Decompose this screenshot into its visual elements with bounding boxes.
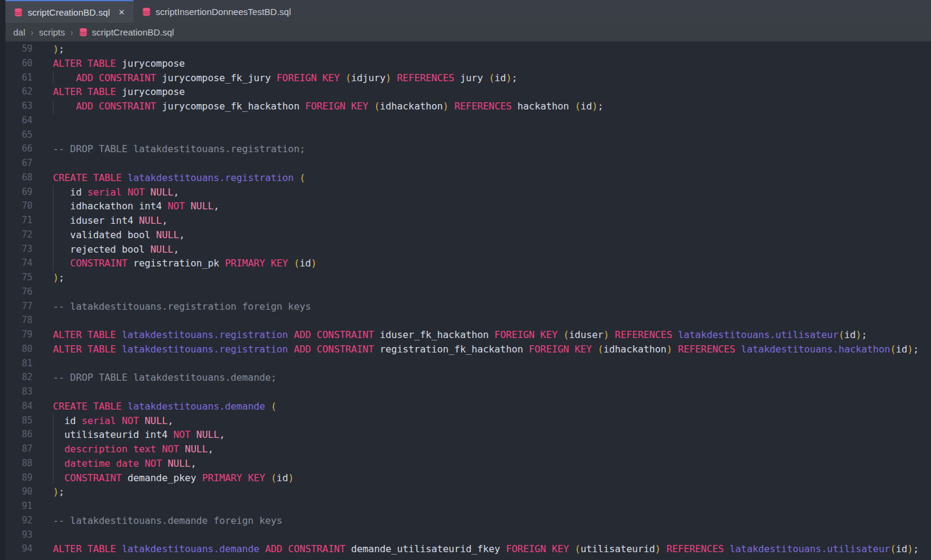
code-line[interactable]: 80ALTER TABLE latakdestitouans.registrat… [0,342,931,357]
code-token: ) [592,100,598,112]
code-token: demande_utilisateurid_fkey [345,543,506,555]
code-token: jurycompose_fk_jury [156,72,277,84]
code-token [569,543,575,555]
code-token [156,443,162,455]
code-token: jurycompose [116,86,185,97]
code-token: registration_fk_hackathon [374,343,529,355]
indent-guide [53,185,54,200]
code-line[interactable]: 92-- latakdestitouans.demande foreign ke… [0,514,931,528]
code-token: NULL [196,429,219,440]
code-line[interactable]: 83 [0,385,931,399]
line-content: ALTER TABLE latakdestitouans.registratio… [53,328,931,342]
code-token: ( [489,72,495,84]
code-line[interactable]: 77-- latakdestitouans.registration forei… [0,300,931,314]
code-line[interactable]: 66-- DROP TABLE latakdestitouans.registr… [0,142,931,156]
code-line[interactable]: 64 [0,114,931,128]
code-line[interactable]: 67 [0,156,931,171]
tab-close-icon[interactable]: ✕ [118,8,125,16]
code-token: ( [345,72,351,84]
code-token [293,172,300,183]
code-token [609,329,615,340]
code-token: ( [300,172,306,183]
code-token: REFERENCES [397,72,454,84]
code-line[interactable]: 89 CONSTRAINT demande_pkey PRIMARY KEY (… [0,471,931,485]
code-line[interactable]: 82-- DROP TABLE latakdestitouans.demande… [0,371,931,385]
code-line[interactable]: 93 [0,528,931,543]
code-token: id [300,257,311,269]
code-token: ) [655,543,661,555]
code-line[interactable]: 73 rejected bool NULL, [0,242,931,257]
code-token: ) [386,72,392,84]
code-token: -- DROP TABLE latakdestitouans.demande; [53,372,277,383]
code-line[interactable]: 75); [0,271,931,285]
line-content [53,385,931,399]
line-content: ALTER TABLE latakdestitouans.registratio… [53,342,931,357]
code-token: date [116,458,139,469]
code-token: serial [87,186,121,198]
code-token: ADD CONSTRAINT [265,543,345,555]
code-token [116,543,122,555]
code-line[interactable]: 63 ADD CONSTRAINT jurycompose_fk_hackath… [0,99,931,114]
code-line[interactable]: 90); [0,485,931,499]
code-line[interactable]: 68CREATE TABLE latakdestitouans.registra… [0,171,931,185]
line-content: CONSTRAINT registration_pk PRIMARY KEY (… [53,256,931,271]
code-token: -- latakdestitouans.registration foreign… [53,301,311,312]
code-token: id [580,100,592,112]
code-token [139,415,145,426]
line-content: ALTER TABLE latakdestitouans.demande ADD… [53,542,931,556]
code-token: NULL [139,215,162,226]
code-line[interactable]: 88 datetime date NOT NULL, [0,457,931,471]
code-line[interactable]: 65 [0,128,931,143]
code-line[interactable]: 87 description text NOT NULL, [0,442,931,457]
line-content: ); [53,42,931,57]
code-token: idjury [351,72,386,84]
code-line[interactable]: 62ALTER TABLE jurycompose [0,85,931,99]
code-token: NOT [145,458,162,469]
tab-scriptCreationBD.sql[interactable]: scriptCreationBD.sql✕ [5,0,134,23]
code-line[interactable]: 81 [0,357,931,371]
code-editor[interactable]: 59);60ALTER TABLE jurycompose61 ADD CONS… [0,42,931,560]
code-token: ( [890,543,896,555]
code-line[interactable]: 78 [0,313,931,328]
code-line[interactable]: 76 [0,285,931,300]
breadcrumb-item-file[interactable]: scriptCreationBD.sql [79,27,174,37]
code-line[interactable]: 85 id serial NOT NULL, [0,414,931,428]
code-token [558,329,564,340]
code-line[interactable]: 59); [0,42,931,57]
code-line[interactable]: 69 id serial NOT NULL, [0,185,931,200]
code-token: REFERENCES [615,329,672,340]
code-line[interactable]: 86 utilisateurid int4 NOT NULL, [0,428,931,442]
code-token: id [896,543,908,555]
code-token: jurycompose [116,58,185,69]
code-line[interactable]: 71 iduser int4 NULL, [0,214,931,228]
code-token: NULL [185,443,207,455]
tab-scriptInsertionDonneesTestBD.sql[interactable]: scriptInsertionDonneesTestBD.sql [134,0,300,23]
code-token: ; [59,43,65,55]
code-token: FOREIGN KEY [506,543,569,555]
line-content: description text NOT NULL, [53,442,931,457]
line-content: ); [53,485,931,499]
code-token: CREATE TABLE [53,172,121,183]
code-line[interactable]: 94ALTER TABLE latakdestitouans.demande A… [0,542,931,556]
code-line[interactable]: 72 validated bool NULL, [0,228,931,242]
code-token: id [844,329,856,340]
line-content: -- DROP TABLE latakdestitouans.registrat… [53,142,931,156]
code-line[interactable]: 60ALTER TABLE jurycompose [0,57,931,71]
indent-guide [53,214,54,228]
code-token: id [53,186,87,198]
code-token: ALTER TABLE [53,86,116,97]
code-line[interactable]: 91 [0,499,931,514]
code-token: -- DROP TABLE latakdestitouans.registrat… [53,143,305,155]
code-token: latakdestitouans.hackathon [741,343,890,355]
breadcrumb-item-scripts[interactable]: scripts [39,27,65,37]
code-line[interactable]: 74 CONSTRAINT registration_pk PRIMARY KE… [0,256,931,271]
code-token: FOREIGN KEY [277,72,340,84]
code-line[interactable]: 70 idhackathon int4 NOT NULL, [0,199,931,214]
code-line[interactable]: 61 ADD CONSTRAINT jurycompose_fk_jury FO… [0,71,931,85]
breadcrumb-item-dal[interactable]: dal [13,27,25,37]
code-line[interactable]: 84CREATE TABLE latakdestitouans.demande … [0,399,931,414]
code-token: , [173,244,179,255]
code-token [288,329,294,340]
code-line[interactable]: 79ALTER TABLE latakdestitouans.registrat… [0,328,931,342]
code-token: ( [575,100,581,112]
